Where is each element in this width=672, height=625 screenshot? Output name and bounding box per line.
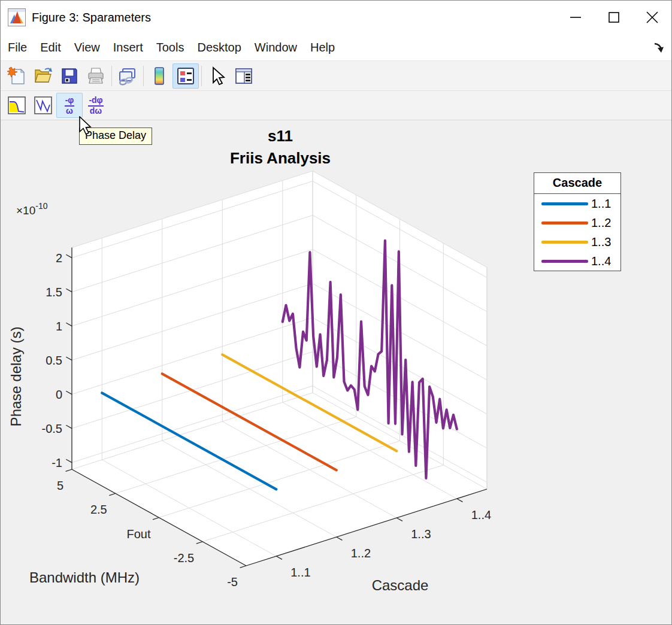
legend-entry-label: 1..4 <box>591 254 611 268</box>
x-tick-label: -5 <box>227 575 238 588</box>
insert-colorbar-icon <box>149 66 169 86</box>
open-file-button[interactable] <box>30 63 56 89</box>
menu-item-file[interactable]: File <box>8 38 34 57</box>
x-tick-label: -2.5 <box>174 551 194 565</box>
figure-window: Figure 3: Sparameters File Edit <box>0 0 672 625</box>
legend-entry-label: 1..1 <box>591 197 611 211</box>
link-plot-button[interactable] <box>114 63 141 89</box>
menu-item-insert[interactable]: Insert <box>107 38 150 57</box>
matlab-figure-icon <box>8 8 26 26</box>
rf-group-delay-button[interactable]: -dφ dω <box>83 93 109 118</box>
menu-item-tools[interactable]: Tools <box>150 38 191 57</box>
toolbar-separator <box>111 66 112 86</box>
z-tick-mark <box>66 323 72 326</box>
insert-legend-icon <box>175 66 196 86</box>
y-tick-label: 1..2 <box>351 547 371 560</box>
z-axis-exponent: ×10-10 <box>16 201 48 217</box>
y-tick-mark <box>457 499 463 502</box>
legend-entry[interactable]: 1..3 <box>534 232 620 251</box>
property-editor-button[interactable] <box>231 63 257 89</box>
x-tick-mark <box>240 566 246 568</box>
legend-line-swatch <box>541 222 588 224</box>
legend-line-swatch <box>541 202 588 205</box>
x-tick-mark <box>66 469 72 471</box>
figure-canvas: 52.5Fout-2.5-51..11..21..31..4-1-0.500.5… <box>1 120 671 624</box>
minimize-button[interactable] <box>556 1 595 34</box>
window-controls <box>556 1 671 34</box>
link-plot-icon <box>117 66 138 86</box>
menu-item-window[interactable]: Window <box>248 38 304 57</box>
legend-entry[interactable]: 1..1 <box>534 194 620 213</box>
chart-title-line2: Friis Analysis <box>161 147 400 169</box>
property-editor-icon <box>234 66 254 86</box>
x-tick-label: 5 <box>57 479 63 492</box>
legend-line-swatch <box>541 260 588 263</box>
print-figure-button[interactable] <box>83 63 109 89</box>
y-tick-label: 1..4 <box>471 508 491 521</box>
z-tick-mark <box>66 459 72 462</box>
x-axis-label: Bandwidth (MHz) <box>29 569 140 585</box>
angle-plot-icon <box>34 96 53 115</box>
save-figure-icon <box>59 66 80 86</box>
z-tick-mark <box>66 254 72 257</box>
legend-entry-label: 1..3 <box>591 235 611 249</box>
tooltip-phase-delay: Phase Delay <box>79 128 152 145</box>
z-tick-mark <box>66 357 72 360</box>
y-tick-label: 1..3 <box>411 527 431 541</box>
legend-entry[interactable]: 1..4 <box>534 251 620 271</box>
edit-plot-button[interactable] <box>204 63 231 89</box>
chart-title: s11 Friis Analysis <box>161 125 400 169</box>
menu-bar: File Edit View Insert Tools Desktop Wind… <box>1 34 671 61</box>
plot-box-background <box>72 171 487 566</box>
menu-item-desktop[interactable]: Desktop <box>190 38 247 57</box>
y-tick-label: 1..1 <box>290 566 310 579</box>
z-tick-label: -1 <box>52 456 62 469</box>
z-tick-mark <box>66 425 72 428</box>
insert-colorbar-button[interactable] <box>146 63 172 89</box>
rf-angle-button[interactable] <box>30 93 56 118</box>
z-tick-label: 2 <box>56 251 62 265</box>
x-tick-label: Fout <box>126 527 150 541</box>
magnitude-plot-icon <box>7 96 26 115</box>
z-tick-label: 1.5 <box>46 286 62 299</box>
open-file-icon <box>33 66 53 86</box>
group-delay-icon: -dφ dω <box>88 96 103 115</box>
z-axis-label: Phase delay (s) <box>8 327 24 427</box>
rf-phase-delay-button[interactable]: -φ ω <box>56 93 83 118</box>
y-tick-mark <box>276 556 282 559</box>
x-tick-mark <box>196 542 202 544</box>
y-axis-label: Cascade <box>372 577 429 593</box>
legend-line-swatch <box>541 241 588 244</box>
print-figure-icon <box>86 66 106 86</box>
legend[interactable]: Cascade 1..1 1..2 1..3 1..4 <box>534 172 621 271</box>
z-tick-mark <box>66 289 72 292</box>
new-figure-icon <box>7 66 27 86</box>
z-tick-mark <box>66 391 72 394</box>
maximize-button[interactable] <box>595 1 633 34</box>
z-tick-label: 0 <box>56 388 62 401</box>
menu-item-view[interactable]: View <box>68 38 107 57</box>
figure-toolbar <box>1 61 671 91</box>
menu-item-help[interactable]: Help <box>304 38 341 57</box>
legend-entry[interactable]: 1..2 <box>534 213 620 232</box>
z-tick-label: 1 <box>56 320 62 333</box>
rf-magnitude-button[interactable] <box>4 93 30 118</box>
menu-item-edit[interactable]: Edit <box>34 38 67 57</box>
y-tick-mark <box>396 518 402 521</box>
z-tick-label: 0.5 <box>46 354 62 367</box>
y-tick-mark <box>337 537 343 540</box>
close-button[interactable] <box>633 1 671 34</box>
legend-title: Cascade <box>534 173 620 194</box>
minimize-icon <box>569 11 582 24</box>
dock-figure-icon[interactable] <box>652 40 667 54</box>
toolbar-separator <box>143 66 144 86</box>
phase-delay-icon: -φ ω <box>65 96 75 115</box>
insert-legend-button[interactable] <box>172 63 199 89</box>
new-figure-button[interactable] <box>4 63 30 89</box>
window-title: Figure 3: Sparameters <box>32 11 151 25</box>
x-tick-mark <box>153 518 159 520</box>
title-bar: Figure 3: Sparameters <box>1 1 671 34</box>
edit-plot-icon <box>207 66 228 86</box>
close-icon <box>645 10 659 25</box>
save-figure-button[interactable] <box>56 63 83 89</box>
